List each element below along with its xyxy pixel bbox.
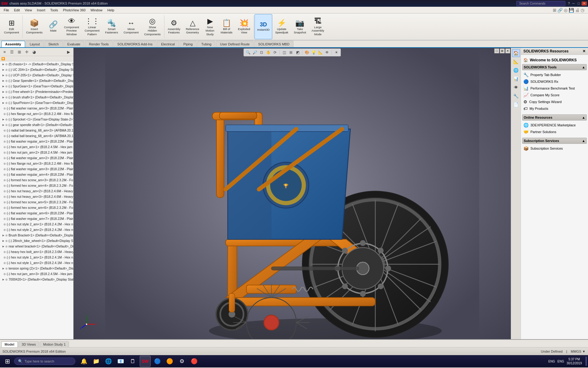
tree-item-11[interactable]: ▶ ⊕ (-) gear spendle shaft<1> (Default<<… xyxy=(0,122,73,128)
ribbon-smart-fasteners[interactable]: 🔩 SmartFasteners xyxy=(102,14,121,39)
menu-file[interactable]: File xyxy=(1,8,12,13)
ribbon-linear-pattern[interactable]: ⋮⋮ LinearComponentPattern xyxy=(82,14,102,39)
tab-piping[interactable]: Piping xyxy=(179,41,197,47)
dim-xpert-icon[interactable]: ✛ xyxy=(23,48,30,55)
tab-electrical[interactable]: Electrical xyxy=(157,41,179,47)
view-2d-icon[interactable]: ⊞ xyxy=(288,49,294,56)
tree-item-2[interactable]: ▶ ⊕ (-) UCP-205<1> (Default<<Default>_Di… xyxy=(0,72,73,78)
tree-item-rear-wheel[interactable]: ▶ ⊕ rear wheel bracket<1> (Default<<Defa… xyxy=(0,243,73,249)
tree-item-22[interactable]: ⊕ (-) formed hex screw_am<4> (B18.2.3.2M… xyxy=(0,183,73,188)
tree-item-3[interactable]: ▶ ⊕ (-) Gear Spendle<1> (Default<<Defaul… xyxy=(0,78,73,83)
tab-solidworks-mbd[interactable]: SOLIDWORKS MBD xyxy=(254,41,293,47)
taskbar-notifications[interactable]: 🔔 xyxy=(78,356,89,367)
taskbar-app2[interactable]: 🔵 xyxy=(152,356,163,367)
ribbon-mate[interactable]: 🔗 Mate xyxy=(45,14,61,39)
tree-item-14[interactable]: ⊕ (-) flat washer regular_am<1> (B18.22M… xyxy=(0,139,73,144)
compare-score-item[interactable]: 📈 Compare My Score xyxy=(522,92,587,98)
tree-item-bike-wheel[interactable]: ▶ ⊕ (-) 28inch_bike_wheel<1> (Default<Di… xyxy=(0,238,73,243)
taskbar-app1[interactable]: 🗒 xyxy=(127,356,138,367)
ribbon-exploded-view[interactable]: 💥 ExplodedView xyxy=(235,14,253,39)
start-button[interactable]: ⊞ xyxy=(1,356,13,367)
bottom-tab-motion-study[interactable]: Motion Study 1 xyxy=(40,341,69,347)
search-bar[interactable]: 🔍 Type here to search xyxy=(14,358,75,365)
performance-benchmark-item[interactable]: 📊 Performance Benchmark Test xyxy=(522,85,587,92)
taskbar-solidworks[interactable]: SW xyxy=(140,356,151,367)
close-btn[interactable]: ✕ xyxy=(582,2,587,6)
taskbar-lang[interactable]: ENG xyxy=(548,360,555,363)
taskbar-app3[interactable]: 🟠 xyxy=(164,356,175,367)
menu-window[interactable]: Window xyxy=(88,8,105,13)
section-view-icon[interactable]: 📐 xyxy=(317,49,323,56)
ribbon-insert-components[interactable]: 📦 InsertComponents xyxy=(23,14,45,39)
help-btn[interactable]: ? xyxy=(568,2,570,5)
copy-settings-item[interactable]: ⚙ Copy Settings Wizard xyxy=(522,98,587,105)
tree-item-8[interactable]: ⊕ (-) flat washer narrow_am<3> (B18.22M … xyxy=(0,105,73,111)
ribbon-new-motion-study[interactable]: ▶ NewMotionStudy xyxy=(202,14,218,39)
tab-user-defined-route[interactable]: User Defined Route xyxy=(216,41,254,47)
home-icon[interactable]: 🏠 xyxy=(512,49,520,57)
tree-item-32[interactable]: ⊕ (-) hex nut style 1_am<1> (B18.2.4.1M … xyxy=(0,255,73,260)
hide-show-icon[interactable]: 👁 xyxy=(324,49,330,56)
menu-edit[interactable]: Edit xyxy=(12,8,22,13)
my-products-item[interactable]: 🏷 My Products xyxy=(522,105,587,112)
config-manager-icon[interactable]: ⊞ xyxy=(16,48,23,55)
tree-item-tension-spring[interactable]: ▶ ⊕ tension spring (2)<1> (Default<<Defa… xyxy=(0,266,73,271)
menu-help[interactable]: Help xyxy=(105,8,117,13)
menu-photoview[interactable]: PhotoView 360 xyxy=(61,8,88,13)
config-icon[interactable]: 🔧 xyxy=(512,92,520,100)
tree-item-28[interactable]: ⊕ (-) flat washer regular_am<7> (B18.22M… xyxy=(0,216,73,221)
tree-item-24[interactable]: ⊕ (-) hex nut heavy_am<3> (B18.2.4.6M - … xyxy=(0,194,73,199)
online-resources-header[interactable]: Online Resources ▲ xyxy=(522,114,587,121)
online-icon[interactable]: 🌐 xyxy=(512,66,520,74)
3dexperience-item[interactable]: 🌐 3DEXPERIENCE Marketplace xyxy=(522,122,587,128)
tree-item-6[interactable]: ▶ ⊕ (-) brush shaft<1> (Default<<Default… xyxy=(0,94,73,100)
menu-view[interactable]: View xyxy=(22,8,35,13)
ribbon-large-assembly-mode[interactable]: 🏗 LargeAssemblyMode xyxy=(309,14,327,39)
tree-item-27[interactable]: ⊕ (-) flat washer regular_am<6> (B18.22M… xyxy=(0,210,73,216)
tree-item-25[interactable]: ⊕ (-) formed hex screw_am<5> (B18.2.3.2M… xyxy=(0,199,73,205)
property-manager-icon[interactable]: ☰ xyxy=(9,48,15,55)
ribbon-bill-of-materials[interactable]: 📋 Bill ofMaterials xyxy=(218,14,236,39)
ribbon-reference-geometry[interactable]: △ ReferenceGeometry xyxy=(183,14,202,39)
tree-item-31[interactable]: ⊕ (-) heavy hex bolt_am<1> (B18.2.3.6M -… xyxy=(0,249,73,255)
viewport-close-icon[interactable]: ✕ xyxy=(505,48,510,53)
report-icon[interactable]: 📊 xyxy=(512,75,520,83)
doc-icon[interactable]: 📄 xyxy=(512,101,520,109)
taskbar-app5[interactable]: 🔴 xyxy=(189,356,200,367)
zoom-to-fit-icon[interactable]: 🔍 xyxy=(245,49,251,56)
taskbar-time[interactable]: 5:37 PM 30/12/2019 xyxy=(567,357,582,365)
tree-item-13[interactable]: ⊕ (-) radial ball bearing_68_am<6> (AFBM… xyxy=(0,133,73,139)
tree-item-15[interactable]: ⊕ (-) hex nut jam_am<1> (B18.2.4.5M - He… xyxy=(0,144,73,150)
tree-item-9[interactable]: ⊕ (-) hex flange nut_am<1> (B18.2.2.4M -… xyxy=(0,111,73,117)
tree-item-23[interactable]: ⊕ (-) hex nut heavy_am<2> (B18.2.4.6M - … xyxy=(0,188,73,194)
tree-item-7[interactable]: ▶ ⊕ (-) SpurPinion<1> (GearTrax<<Default… xyxy=(0,100,73,105)
tree-item-19[interactable]: ⊕ (-) flat washer regular_am<3> (B18.22M… xyxy=(0,166,73,172)
tree-item-20[interactable]: ⊕ (-) flat washer regular_am<4> (B18.22M… xyxy=(0,172,73,177)
tree-item-18[interactable]: ⊕ (-) hex flange nut_am<3> (B18.2.2.4M -… xyxy=(0,161,73,166)
solidworks-rx-item[interactable]: 🔵 SOLIDWORKS Rx xyxy=(522,78,587,85)
display-style-icon[interactable]: 🎨 xyxy=(304,49,310,56)
menu-tools[interactable]: Tools xyxy=(48,8,61,13)
tree-item-5[interactable]: ▶ ⊕ (-) Free wheel<1> (Predeterminado<<P… xyxy=(0,89,73,94)
ribbon-show-hidden[interactable]: ◎ ShowHiddenComponents xyxy=(141,14,164,39)
display-manager-icon[interactable]: ◕ xyxy=(31,48,37,55)
tree-item-26[interactable]: ⊕ (-) formed hex screw_am<6> (B18.2.3.2M… xyxy=(0,205,73,210)
scene-icon[interactable]: ☀ xyxy=(333,49,339,56)
feature-manager-icon[interactable]: ≡ xyxy=(1,48,8,55)
menu-insert[interactable]: Insert xyxy=(34,8,48,13)
tree-item-chassis[interactable]: ▶ ⊕ (f) chasis<1> -> (Default<<Default>_… xyxy=(0,61,73,67)
taskbar-app4[interactable]: ⚙ xyxy=(176,356,187,367)
tree-item-12[interactable]: ⊕ (-) radial ball bearing_68_am<3> (AFBM… xyxy=(0,128,73,133)
tree-item-33[interactable]: ⊕ (-) hex nut style 1_am<2> (B18.2.4.1M … xyxy=(0,260,73,266)
tab-evaluate[interactable]: Evaluate xyxy=(63,41,85,47)
minimize-btn[interactable]: ─ xyxy=(571,2,576,5)
subscription-services-header[interactable]: Subscription Services ▲ xyxy=(522,138,587,144)
taskbar-keyboard[interactable]: ENG xyxy=(557,360,564,363)
view-icon[interactable]: 👁 xyxy=(512,83,520,91)
tree-item-10[interactable]: ▶ ⊕ (-) Sprocket <1> (GearTrax<Display S… xyxy=(0,117,73,122)
taskbar-email[interactable]: 📧 xyxy=(115,356,126,367)
zoom-area-icon[interactable]: ⊡ xyxy=(258,49,265,56)
tree-item-30[interactable]: ⊕ (-) hex nut style 2_am<2> (B18.2.4.2M … xyxy=(0,227,73,232)
ribbon-take-snapshot[interactable]: 📷 TakeSnapshot xyxy=(291,14,309,39)
view-previous-icon[interactable]: ◩ xyxy=(295,49,301,56)
